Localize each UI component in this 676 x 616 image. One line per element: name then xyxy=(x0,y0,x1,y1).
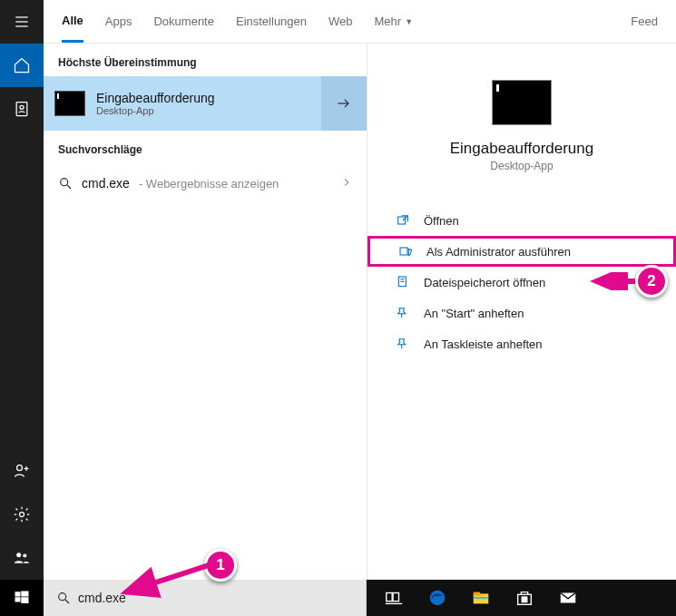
edge-icon[interactable] xyxy=(417,580,457,616)
svg-rect-28 xyxy=(387,593,392,601)
main: Alle Apps Dokumente Einstellungen Web Me… xyxy=(44,0,676,616)
expand-arrow-icon[interactable] xyxy=(321,76,367,131)
people-icon[interactable] xyxy=(0,536,44,580)
cmd-icon-large xyxy=(492,80,552,125)
action-open-label: Öffnen xyxy=(424,214,459,228)
cmd-icon xyxy=(54,91,85,116)
svg-point-9 xyxy=(16,552,21,557)
search-tabs: Alle Apps Dokumente Einstellungen Web Me… xyxy=(44,0,676,44)
tab-web[interactable]: Web xyxy=(328,0,353,43)
detail-title: Eingabeaufforderung xyxy=(450,140,594,158)
best-match-text: Eingabeaufforderung Desktop-App xyxy=(96,91,215,116)
settings-icon[interactable] xyxy=(0,493,44,536)
tab-mehr[interactable]: Mehr▼ xyxy=(375,0,414,43)
svg-rect-36 xyxy=(522,597,524,599)
suggestions-header: Suchvorschläge xyxy=(44,131,367,163)
svg-rect-33 xyxy=(474,592,480,596)
svg-point-16 xyxy=(61,179,68,186)
svg-rect-18 xyxy=(398,217,406,224)
action-run-admin-label: Als Administrator ausführen xyxy=(426,245,571,259)
address-book-icon[interactable] xyxy=(0,87,44,131)
svg-rect-39 xyxy=(524,600,526,601)
svg-point-8 xyxy=(20,513,24,517)
sidebar-spacer xyxy=(0,131,44,449)
open-icon xyxy=(395,213,411,228)
tab-mehr-label: Mehr xyxy=(375,15,402,28)
svg-rect-11 xyxy=(15,592,21,596)
start-button[interactable] xyxy=(0,580,44,616)
suggestion-meta: - Webergebnisse anzeigen xyxy=(139,177,279,191)
home-icon[interactable] xyxy=(0,44,44,87)
search-icon xyxy=(56,591,71,605)
mail-icon[interactable] xyxy=(548,580,588,616)
chevron-down-icon: ▼ xyxy=(405,17,413,26)
svg-rect-20 xyxy=(400,248,407,255)
detail-hero: Eingabeaufforderung Desktop-App xyxy=(367,44,676,172)
sidebar-bottom xyxy=(0,449,44,580)
svg-rect-12 xyxy=(21,592,28,597)
annotation-arrow-1 xyxy=(118,558,213,599)
svg-point-26 xyxy=(59,593,66,601)
results-column: Höchste Übereinstimmung Eingabeaufforder… xyxy=(44,44,367,580)
pin-icon xyxy=(395,306,411,320)
tab-einstellungen[interactable]: Einstellungen xyxy=(236,0,307,43)
chevron-right-icon xyxy=(341,175,352,191)
shield-icon xyxy=(397,244,414,259)
action-pin-start-label: An "Start" anheften xyxy=(424,307,524,320)
folder-icon xyxy=(395,275,411,289)
search-icon xyxy=(58,176,73,191)
task-view-icon[interactable] xyxy=(374,580,414,616)
svg-point-4 xyxy=(20,105,24,109)
detail-column: Eingabeaufforderung Desktop-App Öffnen A… xyxy=(367,44,676,580)
annotation-marker-2: 2 xyxy=(635,265,668,298)
tab-feedback[interactable]: Feed xyxy=(631,0,658,43)
svg-line-17 xyxy=(67,185,71,189)
svg-rect-29 xyxy=(393,593,398,601)
best-match-subtitle: Desktop-App xyxy=(96,105,215,116)
svg-line-42 xyxy=(125,565,209,592)
svg-rect-38 xyxy=(522,600,524,601)
menu-icon[interactable] xyxy=(0,0,44,44)
svg-point-5 xyxy=(17,465,23,471)
person-add-icon[interactable] xyxy=(0,449,44,493)
root: Alle Apps Dokumente Einstellungen Web Me… xyxy=(0,0,676,616)
tab-alle[interactable]: Alle xyxy=(62,0,83,43)
svg-point-10 xyxy=(23,553,26,557)
file-explorer-icon[interactable] xyxy=(461,580,501,616)
svg-rect-13 xyxy=(15,597,21,601)
svg-rect-34 xyxy=(474,597,489,599)
tab-dokumente[interactable]: Dokumente xyxy=(153,0,213,43)
annotation-arrow-2 xyxy=(590,272,640,290)
content-split: Höchste Übereinstimmung Eingabeaufforder… xyxy=(44,44,676,580)
detail-subtitle: Desktop-App xyxy=(490,160,553,172)
svg-rect-37 xyxy=(524,597,526,599)
best-match-title: Eingabeaufforderung xyxy=(96,91,215,105)
sidebar-top xyxy=(0,0,44,131)
best-match-header: Höchste Übereinstimmung xyxy=(44,44,367,76)
taskbar xyxy=(367,580,676,616)
search-sidebar xyxy=(0,0,44,616)
tab-apps[interactable]: Apps xyxy=(105,0,132,43)
suggestion-row[interactable]: cmd.exe - Webergebnisse anzeigen xyxy=(44,163,367,203)
svg-line-27 xyxy=(65,600,69,603)
svg-rect-14 xyxy=(21,597,28,603)
store-icon[interactable] xyxy=(505,580,544,616)
pin-taskbar-icon xyxy=(395,337,411,351)
action-pin-taskbar[interactable]: An Taskleiste anheften xyxy=(367,328,676,359)
action-run-admin[interactable]: Als Administrator ausführen xyxy=(367,236,676,267)
best-match-item[interactable]: Eingabeaufforderung Desktop-App xyxy=(44,76,321,131)
action-open[interactable]: Öffnen xyxy=(367,205,676,236)
suggestion-term: cmd.exe xyxy=(82,176,130,191)
action-file-location-label: Dateispeicherort öffnen xyxy=(424,276,545,289)
action-pin-start[interactable]: An "Start" anheften xyxy=(367,298,676,328)
action-pin-taskbar-label: An Taskleiste anheften xyxy=(424,337,543,351)
best-match-row: Eingabeaufforderung Desktop-App xyxy=(44,76,367,131)
